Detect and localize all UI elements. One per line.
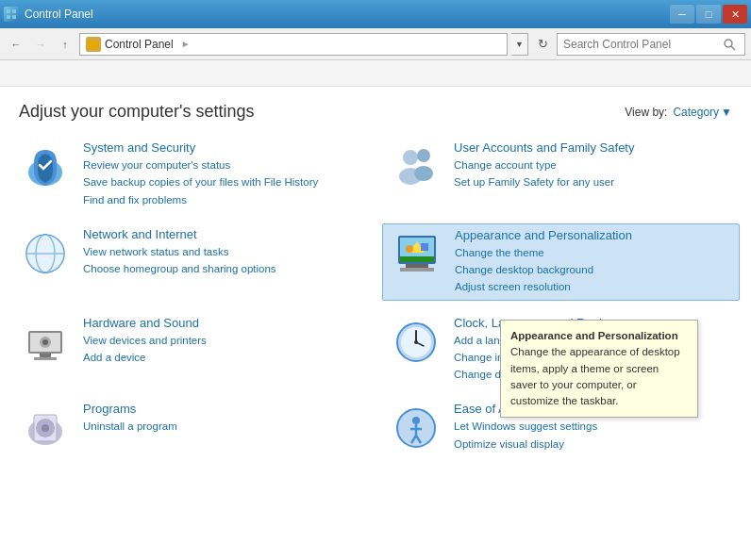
hardware-content: Hardware and Sound View devices and prin… [83,316,361,367]
users-link-0[interactable]: Change account type [454,157,732,173]
svg-rect-28 [34,357,57,360]
svg-point-9 [417,149,430,162]
svg-point-10 [414,166,433,181]
close-button[interactable]: ✕ [723,5,747,24]
appearance-title[interactable]: Appearance and Personalization [455,228,731,242]
category-hardware: Hardware and Sound View devices and prin… [19,316,361,384]
up-button[interactable]: ↑ [55,34,75,55]
users-title[interactable]: User Accounts and Family Safety [454,140,732,155]
address-arrow: ► [181,39,191,49]
hardware-link-0[interactable]: View devices and printers [83,333,361,349]
page-heading: Adjust your computer's settings [19,102,255,122]
content-area: Adjust your computer's settings View by:… [0,87,751,560]
programs-title[interactable]: Programs [83,402,361,416]
svg-rect-17 [400,256,434,262]
svg-point-33 [414,340,418,344]
appearance-content: Appearance and Personalization Change th… [455,228,731,296]
appearance-icon [391,228,443,281]
category-network: Network and Internet View network status… [19,227,361,297]
network-title[interactable]: Network and Internet [83,227,361,241]
svg-rect-1 [12,9,16,13]
address-text: Control Panel [105,38,174,51]
hardware-icon [19,316,72,369]
svg-rect-21 [421,243,428,251]
address-bar: ← → ↑ Control Panel ► ▼ ↻ [0,28,751,60]
folder-icon [86,37,101,52]
hardware-link-1[interactable]: Add a device [83,350,361,366]
system-link-1[interactable]: Save backup copies of your files with Fi… [83,174,361,190]
svg-point-22 [406,245,413,253]
title-bar-left: Control Panel [4,7,93,22]
forward-button[interactable]: → [30,34,51,55]
network-link-0[interactable]: View network status and tasks [83,244,361,260]
svg-line-5 [731,46,735,50]
system-link-2[interactable]: Find and fix problems [83,192,361,208]
network-icon [19,227,72,280]
refresh-button[interactable]: ↻ [532,34,553,55]
window-controls: ─ □ ✕ [670,5,747,24]
svg-rect-2 [7,15,10,19]
search-box [557,33,745,56]
programs-link-0[interactable]: Uninstall a program [83,419,361,435]
ease-icon [390,402,442,454]
svg-point-37 [42,424,49,432]
svg-rect-27 [40,354,51,357]
system-title[interactable]: System and Security [83,140,361,155]
chevron-down-icon: ▼ [721,106,732,119]
svg-point-4 [725,40,732,47]
svg-rect-20 [400,268,434,272]
category-programs: Programs Uninstall a program [19,402,361,454]
search-button[interactable] [720,35,739,54]
minimize-button[interactable]: ─ [670,5,694,24]
svg-point-14 [26,235,64,272]
content-header: Adjust your computer's settings View by:… [19,102,732,122]
users-icon [390,140,442,193]
users-content: User Accounts and Family Safety Change a… [454,140,732,191]
svg-point-7 [403,150,418,165]
category-users: User Accounts and Family Safety Change a… [390,140,732,208]
tooltip-title: Appearance and Personalization [510,330,678,341]
svg-rect-0 [7,9,10,13]
svg-rect-19 [406,264,428,268]
title-bar: Control Panel ─ □ ✕ [0,0,751,28]
tooltip-popup: Appearance and Personalization Change th… [500,320,698,418]
appearance-link-2[interactable]: Adjust screen resolution [455,279,731,295]
svg-point-39 [412,417,420,424]
programs-content: Programs Uninstall a program [83,402,361,435]
programs-icon [19,402,72,454]
users-link-1[interactable]: Set up Family Safety for any user [454,174,732,190]
system-icon [19,140,72,193]
toolbar [0,60,751,87]
search-input[interactable] [563,38,720,51]
back-button[interactable]: ← [6,34,26,55]
app-icon [4,7,19,22]
svg-rect-3 [12,15,16,19]
tooltip-text: Change the appearance of desktop items, … [510,346,680,406]
clock-icon [390,316,442,369]
maximize-button[interactable]: □ [696,5,721,24]
category-appearance: Appearance and Personalization Change th… [382,223,740,301]
view-by-value: Category [673,106,719,119]
address-box[interactable]: Control Panel ► [79,33,508,56]
view-by: View by: Category ▼ [625,106,732,119]
view-by-dropdown[interactable]: Category ▼ [673,106,732,119]
network-content: Network and Internet View network status… [83,227,361,278]
address-dropdown[interactable]: ▼ [511,33,528,56]
ease-link-1[interactable]: Optimize visual display [454,436,732,453]
svg-point-26 [42,339,48,345]
category-system: System and Security Review your computer… [19,140,361,208]
appearance-link-1[interactable]: Change desktop background [455,262,731,278]
window-title: Control Panel [25,8,93,21]
system-content: System and Security Review your computer… [83,140,361,208]
network-link-1[interactable]: Choose homegroup and sharing options [83,261,361,277]
system-link-0[interactable]: Review your computer's status [83,157,361,173]
ease-link-0[interactable]: Let Windows suggest settings [454,419,732,435]
hardware-title[interactable]: Hardware and Sound [83,316,361,330]
appearance-link-0[interactable]: Change the theme [455,245,731,261]
view-by-label: View by: [625,106,667,119]
